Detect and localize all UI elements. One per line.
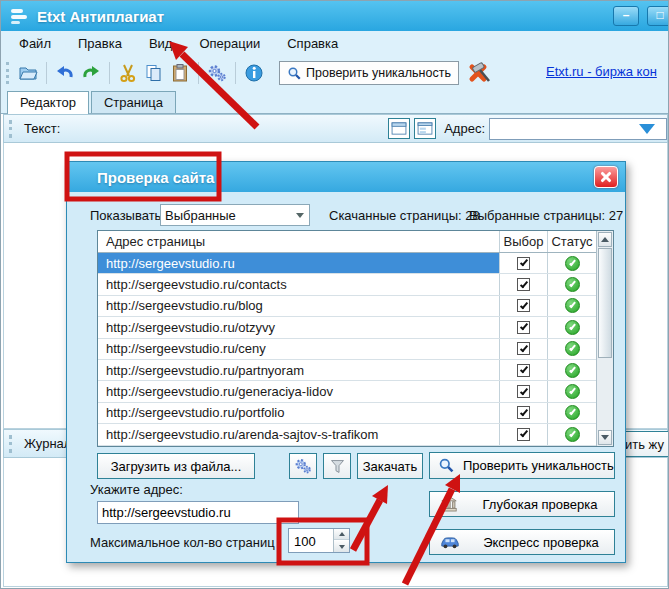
- show-filter-value: Выбранные: [165, 208, 236, 223]
- dialog-header[interactable]: Проверка сайта: [67, 162, 625, 192]
- separator: [46, 62, 47, 84]
- toolbar: Проверить уникальность Etxt.ru - биржа к…: [1, 56, 669, 90]
- table-row[interactable]: http://sergeevstudio.ru/ceny: [98, 339, 596, 360]
- select-cell[interactable]: [499, 274, 547, 294]
- page-url[interactable]: http://sergeevstudio.ru/contacts: [98, 274, 499, 294]
- show-filter-select[interactable]: Выбранные: [160, 204, 310, 226]
- table-row[interactable]: http://sergeevstudio.ru: [98, 253, 596, 274]
- text-label: Текст:: [24, 121, 60, 136]
- clear-journal-button-label: ить жу: [625, 437, 664, 452]
- check-uniqueness-toolbar-button[interactable]: Проверить уникальность: [279, 61, 459, 85]
- page-url[interactable]: http://sergeevstudio.ru/partnyoram: [98, 360, 499, 380]
- filter-button[interactable]: [323, 453, 351, 479]
- tab-editor[interactable]: Редактор: [7, 91, 89, 114]
- app-window: Etxt Антиплагиат – □ Файл Правка Вид Опе…: [0, 0, 669, 589]
- deep-check-label: Глубокая проверка: [466, 497, 614, 512]
- table-row[interactable]: http://sergeevstudio.ru/contacts: [98, 274, 596, 295]
- settings-button[interactable]: [289, 453, 317, 479]
- etxt-site-link[interactable]: Etxt.ru - биржа кон: [546, 64, 657, 79]
- select-cell[interactable]: [499, 403, 547, 423]
- select-cell[interactable]: [499, 339, 547, 359]
- page-url[interactable]: http://sergeevstudio.ru/generaciya-lidov: [98, 381, 499, 401]
- download-button[interactable]: Закачать: [357, 453, 423, 479]
- select-cell[interactable]: [499, 381, 547, 401]
- page-url[interactable]: http://sergeevstudio.ru/portfolio: [98, 403, 499, 423]
- menu-file[interactable]: Файл: [19, 36, 51, 51]
- load-from-file-label: Загрузить из файла...: [111, 459, 242, 474]
- minimize-button[interactable]: –: [613, 6, 639, 26]
- express-check-button[interactable]: Экспресс проверка: [429, 529, 615, 555]
- hammer-icon[interactable]: [471, 62, 493, 84]
- status-cell: [547, 381, 596, 401]
- table-row[interactable]: http://sergeevstudio.ru/portfolio: [98, 403, 596, 424]
- stepper-up-button[interactable]: [334, 529, 349, 540]
- split-view-icon: [417, 122, 433, 135]
- page-url[interactable]: http://sergeevstudio.ru/otzyvy: [98, 317, 499, 337]
- toolbar-grip[interactable]: [6, 62, 9, 84]
- column-header-status[interactable]: Статус: [547, 231, 596, 252]
- deep-check-button[interactable]: Глубокая проверка: [429, 491, 615, 517]
- scroll-down-button[interactable]: [598, 430, 612, 445]
- dropdown-arrow-icon[interactable]: [639, 124, 655, 134]
- separator: [109, 62, 110, 84]
- chevron-down-icon: [296, 213, 304, 218]
- column-header-url[interactable]: Адрес страницы: [98, 234, 499, 249]
- status-ok-icon: [565, 298, 580, 313]
- checkbox: [517, 385, 530, 398]
- panel-grip[interactable]: [9, 435, 12, 453]
- clear-journal-button-partial[interactable]: ить жу: [625, 431, 669, 457]
- table-row[interactable]: http://sergeevstudio.ru/partnyoram: [98, 360, 596, 381]
- copy-icon[interactable]: [143, 62, 165, 84]
- menu-help[interactable]: Справка: [287, 36, 338, 51]
- undo-icon[interactable]: [54, 62, 76, 84]
- table-scrollbar[interactable]: [596, 231, 613, 446]
- split-view-button[interactable]: [414, 118, 436, 139]
- settings-icon[interactable]: [206, 62, 228, 84]
- open-folder-icon[interactable]: [17, 62, 39, 84]
- page-url[interactable]: http://sergeevstudio.ru/ceny: [98, 339, 499, 359]
- cut-icon[interactable]: [117, 62, 139, 84]
- select-cell[interactable]: [499, 296, 547, 316]
- status-ok-icon: [565, 256, 580, 271]
- column-header-select[interactable]: Выбор: [499, 231, 547, 252]
- menu-view[interactable]: Вид: [149, 36, 173, 51]
- check-uniqueness-label: Проверить уникальность: [463, 458, 614, 473]
- paste-icon[interactable]: [169, 62, 191, 84]
- table-row[interactable]: http://sergeevstudio.ru/otzyvy: [98, 317, 596, 338]
- panel-grip[interactable]: [9, 120, 12, 138]
- table-row[interactable]: http://sergeevstudio.ru/arenda-sajtov-s-…: [98, 424, 596, 445]
- bank-icon: [440, 495, 458, 513]
- redo-icon[interactable]: [80, 62, 102, 84]
- status-cell: [547, 296, 596, 316]
- table-row[interactable]: http://sergeevstudio.ru/generaciya-lidov: [98, 381, 596, 402]
- status-ok-icon: [565, 341, 580, 356]
- table-row[interactable]: http://sergeevstudio.ru/blog: [98, 296, 596, 317]
- max-pages-stepper[interactable]: [288, 528, 350, 553]
- select-cell[interactable]: [499, 360, 547, 380]
- check-uniqueness-toolbar-label: Проверить уникальность: [306, 66, 451, 80]
- scrollbar-thumb[interactable]: [598, 248, 612, 358]
- tab-page[interactable]: Страница: [91, 91, 176, 113]
- site-address-input[interactable]: [97, 501, 299, 524]
- status-ok-icon: [565, 405, 580, 420]
- select-cell[interactable]: [499, 253, 547, 273]
- menu-operations[interactable]: Операции: [199, 36, 260, 51]
- select-cell[interactable]: [499, 424, 547, 444]
- status-cell: [547, 339, 596, 359]
- max-pages-input[interactable]: [289, 529, 333, 552]
- checkbox: [517, 342, 530, 355]
- dialog-close-button[interactable]: [594, 166, 618, 188]
- scroll-up-button[interactable]: [598, 232, 612, 247]
- info-icon[interactable]: [243, 62, 265, 84]
- page-url[interactable]: http://sergeevstudio.ru/arenda-sajtov-s-…: [98, 424, 499, 444]
- load-from-file-button[interactable]: Загрузить из файла...: [97, 453, 255, 479]
- single-view-button[interactable]: [388, 118, 410, 139]
- page-url[interactable]: http://sergeevstudio.ru/blog: [98, 296, 499, 316]
- check-uniqueness-button[interactable]: Проверить уникальность: [429, 452, 615, 479]
- maximize-button[interactable]: □: [647, 6, 669, 26]
- separator: [235, 62, 236, 84]
- page-url[interactable]: http://sergeevstudio.ru: [98, 253, 499, 273]
- stepper-down-button[interactable]: [334, 541, 349, 552]
- select-cell[interactable]: [499, 317, 547, 337]
- menu-edit[interactable]: Правка: [78, 36, 122, 51]
